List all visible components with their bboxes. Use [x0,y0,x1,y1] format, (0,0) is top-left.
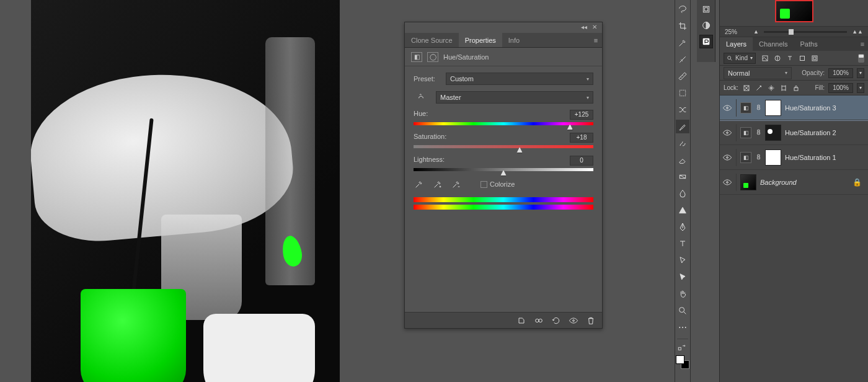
healing-brush-tool-icon[interactable] [676,53,689,66]
more-tools-icon[interactable]: ⋯ [676,321,689,334]
filter-type-icon[interactable] [786,54,794,63]
layer-row[interactable]: ◧ 𝟠 Hue/Saturation 2 [720,120,868,145]
direct-adjust-icon[interactable] [414,90,428,105]
hue-thumb[interactable] [567,124,573,130]
adjustment-type-icon[interactable]: ◧ [411,52,422,62]
lightness-thumb[interactable] [500,170,507,176]
panel-menu-icon[interactable]: ≡ [590,33,602,47]
zoom-out-icon[interactable]: ▲ [753,29,759,35]
foreground-background-colors[interactable] [676,355,689,369]
layer-mask-thumb[interactable] [765,149,781,166]
layers-panel-menu-icon[interactable]: ≡ [857,37,868,51]
type-tool-icon[interactable] [676,237,689,251]
link-mask-icon[interactable]: 𝟠 [755,153,761,162]
zoom-value[interactable]: 25% [725,29,748,35]
channel-dropdown[interactable]: Master ▾ [436,91,593,104]
layer-row[interactable]: ◧ 𝟠 Hue/Saturation 1 [720,145,868,170]
visibility-toggle-icon[interactable] [569,316,578,326]
switch-colors-icon[interactable] [676,344,689,352]
lock-position-icon[interactable] [767,84,776,92]
layer-name[interactable]: Background [760,179,797,186]
filter-pixel-icon[interactable] [761,54,769,63]
filter-toggle[interactable] [858,54,864,63]
filter-smart-icon[interactable] [810,54,819,63]
zoom-tool-icon[interactable] [676,304,689,318]
zoom-slider[interactable] [764,31,847,33]
adjustments-dock-icon[interactable] [699,19,713,32]
fill-value[interactable]: 100% [828,83,853,93]
filter-shape-icon[interactable] [798,54,807,63]
document-canvas[interactable] [31,0,340,382]
tab-layers[interactable]: Layers [720,37,753,51]
mask-view-icon[interactable]: ◯ [427,52,438,62]
ruler-tool-icon[interactable] [676,69,689,83]
panel-titlebar[interactable]: ◂◂ ✕ [405,22,602,33]
lasso-tool-icon[interactable] [676,2,689,16]
path-select-tool-icon[interactable] [676,254,689,267]
art-history-tool-icon[interactable] [676,136,689,150]
saturation-thumb[interactable] [516,147,523,153]
blend-mode-dropdown[interactable]: Normal ▾ [724,67,792,79]
trash-icon[interactable] [586,316,596,326]
tab-channels[interactable]: Channels [753,37,794,51]
direct-select-tool-icon[interactable] [676,270,689,284]
crop-tool-icon[interactable] [676,19,689,33]
smudge-tool-icon[interactable] [676,187,689,200]
layer-filter-dropdown[interactable]: Kind ▾ [724,53,756,64]
lock-artboard-icon[interactable] [779,84,788,92]
lock-all-icon[interactable] [792,84,800,92]
lightness-value[interactable]: 0 [570,156,593,166]
visibility-icon[interactable] [722,177,732,187]
lightness-slider[interactable]: Lightness: 0 [414,156,593,171]
saturation-slider[interactable]: Saturation: +18 [414,133,593,148]
visibility-icon[interactable] [722,103,732,113]
view-previous-icon[interactable] [534,316,544,326]
preset-dropdown[interactable]: Custom ▾ [446,73,593,85]
hand-tool-icon[interactable] [676,287,689,301]
link-mask-icon[interactable]: 𝟠 [755,104,761,112]
lock-transparent-icon[interactable] [742,84,751,92]
layer-row[interactable]: Background 🔒 [720,170,868,195]
filter-adjust-icon[interactable] [773,54,782,63]
hue-slider[interactable]: Hue: +125 [414,110,593,125]
eyedropper-subtract-icon[interactable] [451,179,462,190]
color-range-bar[interactable] [414,197,593,210]
eyedropper-icon[interactable] [414,179,425,190]
marquee-tool-icon[interactable] [676,86,689,100]
eyedropper-tool-icon[interactable] [676,36,689,50]
tab-properties[interactable]: Properties [459,33,502,47]
close-icon[interactable]: ✕ [592,24,600,32]
layer-mask-thumb[interactable] [765,125,781,141]
layer-row[interactable]: ◧ 𝟠 Hue/Saturation 3 [720,96,868,120]
zoom-in-icon[interactable]: ▲▲ [852,29,863,35]
layer-name[interactable]: Hue/Saturation 3 [785,104,836,112]
navigator-thumbnail[interactable] [720,0,868,26]
visibility-icon[interactable] [722,128,732,138]
collapse-icon[interactable]: ◂◂ [581,24,588,32]
fill-stepper[interactable]: ▾ [857,83,864,93]
visibility-icon[interactable] [722,153,732,162]
opacity-stepper[interactable]: ▾ [857,68,864,78]
history-dock-icon[interactable] [699,2,713,16]
layer-mask-thumb[interactable] [765,100,781,116]
saturation-value[interactable]: +18 [570,133,593,143]
hue-value[interactable]: +125 [570,110,593,120]
eraser-tool-icon[interactable] [676,153,689,167]
libraries-dock-icon[interactable] [699,35,713,48]
eyedropper-add-icon[interactable] [432,179,443,190]
tab-info[interactable]: Info [502,33,526,47]
gradient-tool-icon[interactable] [676,170,689,184]
shuffle-tool-icon[interactable] [676,103,689,117]
brush-tool-icon[interactable] [676,120,689,133]
pen-tool-icon[interactable] [676,220,689,234]
tab-clone-source[interactable]: Clone Source [405,33,459,47]
reset-icon[interactable] [551,316,561,326]
layer-name[interactable]: Hue/Saturation 2 [785,129,836,136]
opacity-value[interactable]: 100% [828,68,853,78]
background-thumb[interactable] [740,174,756,190]
link-mask-icon[interactable]: 𝟠 [755,128,761,137]
layer-name[interactable]: Hue/Saturation 1 [785,154,836,161]
tab-paths[interactable]: Paths [794,37,824,51]
colorize-checkbox[interactable]: Colorize [480,180,515,189]
triangle-tool-icon[interactable] [676,203,689,217]
